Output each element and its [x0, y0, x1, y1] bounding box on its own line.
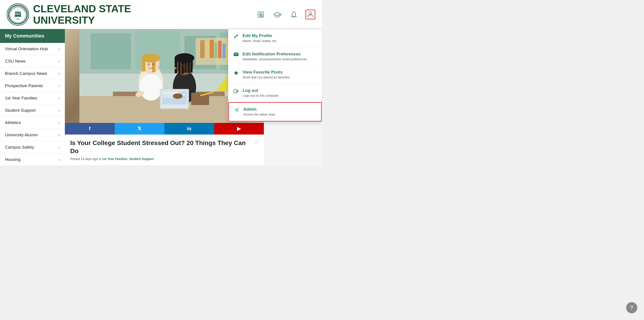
sidebar-item-label: Student Support	[5, 108, 36, 113]
twitter-icon: 𝕏	[138, 126, 142, 132]
edit-profile-text: Edit My Profile Name, email, avatar, etc…	[242, 33, 277, 43]
chevron-right-icon: ›	[58, 47, 60, 51]
logout-text: Log out Logs out on this computer	[242, 88, 278, 98]
svg-rect-10	[17, 13, 18, 14]
svg-point-75	[173, 93, 183, 99]
article-title: Is Your College Student Stressed Out? 20…	[70, 139, 258, 155]
sidebar-item-housing[interactable]: Housing ›	[0, 154, 65, 166]
svg-point-50	[152, 63, 154, 65]
chevron-right-icon: ›	[58, 157, 60, 162]
chevron-right-icon: ›	[58, 84, 60, 88]
svg-point-44	[139, 74, 162, 101]
svg-rect-32	[206, 41, 209, 58]
linkedin-button[interactable]: in	[164, 123, 214, 135]
admin-text: Admin Access the admin area	[243, 107, 275, 117]
article-meta-link-families[interactable]: 1st Year Families	[102, 157, 127, 161]
news-feed-icon-button[interactable]	[256, 9, 266, 19]
favorite-star-icon[interactable]: ☆	[254, 139, 258, 145]
twitter-button[interactable]: 𝕏	[115, 123, 164, 135]
user-profile-icon-button[interactable]	[306, 9, 315, 19]
chevron-right-icon: ›	[58, 59, 60, 64]
svg-rect-70	[163, 92, 178, 94]
sidebar-item-virtual-orientation[interactable]: Virtual Orientation Hub ›	[0, 43, 65, 55]
chevron-right-icon: ›	[58, 120, 60, 125]
linkedin-icon: in	[187, 126, 192, 132]
envelope-icon	[233, 52, 239, 58]
chevron-right-icon: ›	[58, 96, 60, 101]
svg-rect-35	[218, 41, 222, 58]
pencil-icon	[233, 34, 239, 40]
svg-point-49	[148, 63, 150, 65]
chevron-right-icon: ›	[58, 71, 60, 76]
site-header: 1964 CLEVELAND STATE UNIVERSITY ✦ CLEVEL…	[0, 0, 322, 29]
sidebar-item-student-support[interactable]: Student Support ›	[0, 104, 65, 117]
article-meta: Posted 14 days ago in 1st Year Families,…	[70, 157, 258, 161]
sidebar-item-label: Athletics	[5, 120, 21, 125]
youtube-button[interactable]: ▶	[214, 123, 264, 135]
svg-rect-7	[20, 11, 20, 13]
svg-point-81	[236, 109, 238, 111]
svg-rect-56	[178, 57, 180, 74]
logout-item[interactable]: Log out Logs out on this computer	[228, 84, 322, 102]
svg-text:✦: ✦	[18, 11, 18, 12]
svg-rect-47	[142, 58, 145, 71]
sidebar-item-label: Housing	[5, 157, 20, 162]
svg-rect-60	[190, 57, 192, 73]
logout-icon	[233, 88, 239, 95]
article-section: ☆ Is Your College Student Stressed Out? …	[65, 135, 264, 165]
logo-area: 1964 CLEVELAND STATE UNIVERSITY ✦ CLEVEL…	[7, 3, 131, 26]
view-favorites-text: View Favorite Posts Posts that I've star…	[242, 70, 290, 80]
svg-point-23	[309, 12, 312, 14]
edit-notifications-item[interactable]: Edit Notification Preferences Newsletter…	[228, 48, 322, 66]
svg-point-66	[186, 64, 188, 66]
graduation-cap-icon-button[interactable]	[272, 9, 282, 19]
sidebar-item-label: Virtual Orientation Hub	[5, 46, 48, 51]
sidebar-item-branch-campus[interactable]: Branch Campus News ›	[0, 67, 65, 80]
svg-marker-78	[234, 71, 238, 75]
admin-item[interactable]: Admin Access the admin area	[228, 102, 322, 122]
sidebar-item-athletics[interactable]: Athletics ›	[0, 117, 65, 129]
svg-rect-34	[214, 42, 217, 58]
sidebar-item-prospective-parents[interactable]: Prospective Parents ›	[0, 80, 65, 92]
user-dropdown-menu: Edit My Profile Name, email, avatar, etc…	[228, 29, 322, 122]
sidebar: My Communities Virtual Orientation Hub ›…	[0, 29, 65, 166]
chevron-right-icon: ›	[58, 133, 60, 137]
university-name: CLEVELAND STATE UNIVERSITY	[33, 3, 131, 26]
svg-rect-4	[15, 11, 16, 13]
svg-point-64	[175, 67, 176, 69]
edit-notifications-text: Edit Notification Preferences Newsletter…	[242, 52, 307, 62]
svg-rect-33	[210, 40, 214, 58]
sidebar-item-label: Prospective Parents	[5, 83, 43, 88]
bell-icon-button[interactable]	[289, 9, 299, 19]
sidebar-item-label: University Alumni	[5, 132, 38, 137]
social-bar: f 𝕏 in ▶	[65, 123, 264, 135]
svg-text:1964: 1964	[16, 18, 20, 20]
facebook-button[interactable]: f	[65, 123, 115, 135]
svg-rect-31	[200, 40, 204, 58]
svg-rect-59	[188, 57, 190, 73]
svg-rect-55	[175, 58, 177, 73]
svg-rect-36	[222, 43, 226, 58]
university-seal: 1964 CLEVELAND STATE UNIVERSITY ✦	[7, 3, 29, 26]
sidebar-item-1st-year-families[interactable]: 1st Year Families ›	[0, 92, 65, 104]
svg-rect-11	[19, 13, 20, 14]
sidebar-item-label: Campus Safety	[5, 145, 34, 150]
gear-icon	[234, 107, 240, 114]
facebook-icon: f	[89, 126, 90, 132]
chevron-right-icon: ›	[58, 108, 60, 113]
sidebar-item-label: CSU News	[5, 59, 26, 64]
edit-profile-item[interactable]: Edit My Profile Name, email, avatar, etc…	[228, 29, 322, 48]
svg-rect-26	[90, 33, 131, 69]
svg-rect-8	[14, 16, 22, 17]
svg-marker-20	[274, 12, 281, 16]
star-icon	[233, 70, 239, 77]
sidebar-item-csu-news[interactable]: CSU News ›	[0, 55, 65, 67]
view-favorites-item[interactable]: View Favorite Posts Posts that I've star…	[228, 66, 322, 84]
sidebar-item-label: 1st Year Families	[5, 96, 37, 101]
sidebar-item-campus-safety[interactable]: Campus Safety ›	[0, 141, 65, 154]
article-meta-link-support[interactable]: Student Support	[129, 157, 154, 161]
svg-rect-9	[16, 13, 16, 14]
sidebar-item-label: Branch Campus News	[5, 71, 47, 76]
sidebar-item-university-alumni[interactable]: University Alumni ›	[0, 129, 65, 141]
header-icons-group	[256, 9, 315, 19]
